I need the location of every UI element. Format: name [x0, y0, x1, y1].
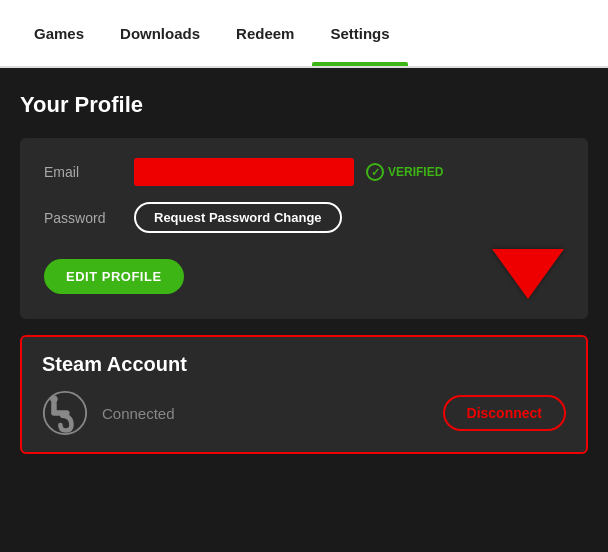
- email-label: Email: [44, 164, 134, 180]
- email-row: Email ✓ VERIFIED: [44, 158, 564, 186]
- profile-actions: EDIT PROFILE: [44, 249, 564, 299]
- steam-row: Connected Disconnect: [42, 390, 566, 436]
- steam-logo-icon: [42, 390, 88, 436]
- nav-games[interactable]: Games: [16, 0, 102, 66]
- verified-icon: ✓: [366, 163, 384, 181]
- password-row: Password Request Password Change: [44, 202, 564, 233]
- arrow-down-indicator: [492, 249, 564, 299]
- nav-settings[interactable]: Settings: [312, 0, 407, 66]
- main-content: Your Profile Email ✓ VERIFIED Password R…: [0, 68, 608, 478]
- verified-badge: ✓ VERIFIED: [366, 163, 443, 181]
- edit-profile-button[interactable]: EDIT PROFILE: [44, 259, 184, 294]
- connected-status: Connected: [102, 405, 175, 422]
- profile-section-title: Your Profile: [20, 92, 588, 118]
- nav-downloads[interactable]: Downloads: [102, 0, 218, 66]
- password-label: Password: [44, 210, 134, 226]
- steam-info: Connected: [42, 390, 175, 436]
- profile-card: Email ✓ VERIFIED Password Request Passwo…: [20, 138, 588, 319]
- email-input[interactable]: [134, 158, 354, 186]
- request-password-button[interactable]: Request Password Change: [134, 202, 342, 233]
- steam-section-title: Steam Account: [42, 353, 566, 376]
- svg-point-3: [50, 396, 57, 403]
- disconnect-button[interactable]: Disconnect: [443, 395, 566, 431]
- steam-account-section: Steam Account Conn: [20, 335, 588, 454]
- navbar: Games Downloads Redeem Settings: [0, 0, 608, 68]
- nav-redeem[interactable]: Redeem: [218, 0, 312, 66]
